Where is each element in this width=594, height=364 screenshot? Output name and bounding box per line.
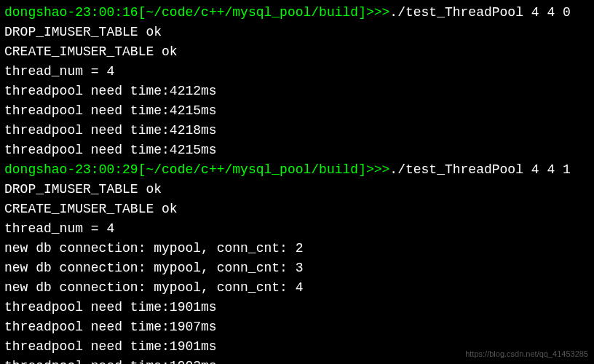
terminal-line: threadpool need time:1907ms xyxy=(4,317,590,337)
terminal-line: dongshao-23:00:29[~/code/c++/mysql_pool/… xyxy=(4,160,590,180)
output-line: threadpool need time:4215ms xyxy=(4,143,217,157)
terminal-window[interactable]: dongshao-23:00:16[~/code/c++/mysql_pool/… xyxy=(4,3,590,364)
prompt-arrows: >>> xyxy=(366,5,389,20)
output-line: threadpool need time:1903ms xyxy=(4,359,217,364)
terminal-line: CREATE_IMUSER_TABLE ok xyxy=(4,42,590,62)
terminal-line: thread_num = 4 xyxy=(4,219,590,239)
terminal-line: threadpool need time:4212ms xyxy=(4,82,590,101)
terminal-line: DROP_IMUSER_TABLE ok xyxy=(4,23,590,42)
output-line: CREATE_IMUSER_TABLE ok xyxy=(4,202,178,216)
prompt-rbracket: ] xyxy=(358,5,366,20)
terminal-line: thread_num = 4 xyxy=(4,62,590,82)
output-line: threadpool need time:1907ms xyxy=(4,320,217,334)
terminal-line: CREATE_IMUSER_TABLE ok xyxy=(4,199,590,219)
terminal-line: threadpool need time:4218ms xyxy=(4,121,590,141)
output-line: CREATE_IMUSER_TABLE ok xyxy=(4,44,178,59)
output-line: DROP_IMUSER_TABLE ok xyxy=(4,25,162,39)
prompt-lbracket: [ xyxy=(138,5,146,20)
output-line: new db connection: mypool, conn_cnt: 4 xyxy=(4,280,303,295)
output-line: threadpool need time:1901ms xyxy=(4,300,217,314)
output-line: threadpool need time:1901ms xyxy=(4,339,217,354)
terminal-line: new db connection: mypool, conn_cnt: 2 xyxy=(4,239,590,258)
prompt-user: dongshao xyxy=(4,5,67,20)
terminal-line: threadpool need time:4215ms xyxy=(4,101,590,121)
prompt-lbracket: [ xyxy=(138,162,146,177)
prompt-arrows: >>> xyxy=(366,162,389,177)
output-line: thread_num = 4 xyxy=(4,221,114,236)
prompt-rbracket: ] xyxy=(358,162,366,177)
prompt-path: ~/code/c++/mysql_pool/build xyxy=(146,5,358,20)
terminal-line: dongshao-23:00:16[~/code/c++/mysql_pool/… xyxy=(4,3,590,23)
terminal-line: new db connection: mypool, conn_cnt: 3 xyxy=(4,258,590,278)
prompt-time: 23:00:29 xyxy=(75,162,138,177)
output-line: new db connection: mypool, conn_cnt: 3 xyxy=(4,261,303,275)
terminal-line: threadpool need time:1901ms xyxy=(4,298,590,317)
output-line: DROP_IMUSER_TABLE ok xyxy=(4,182,162,197)
prompt-time: 23:00:16 xyxy=(75,5,138,20)
watermark-text: https://blog.csdn.net/qq_41453285 xyxy=(465,348,588,360)
terminal-line: new db connection: mypool, conn_cnt: 4 xyxy=(4,278,590,298)
command-input[interactable]: ./test_ThreadPool 4 4 1 xyxy=(389,162,570,177)
terminal-line: DROP_IMUSER_TABLE ok xyxy=(4,180,590,199)
output-line: threadpool need time:4215ms xyxy=(4,103,217,118)
output-line: thread_num = 4 xyxy=(4,64,114,79)
prompt-separator: - xyxy=(67,162,75,177)
prompt-path: ~/code/c++/mysql_pool/build xyxy=(146,162,358,177)
output-line: threadpool need time:4212ms xyxy=(4,84,217,98)
prompt-user: dongshao xyxy=(4,162,67,177)
terminal-line: threadpool need time:4215ms xyxy=(4,141,590,160)
command-input[interactable]: ./test_ThreadPool 4 4 0 xyxy=(389,5,570,20)
output-line: new db connection: mypool, conn_cnt: 2 xyxy=(4,241,303,256)
prompt-separator: - xyxy=(67,5,75,20)
output-line: threadpool need time:4218ms xyxy=(4,123,217,138)
